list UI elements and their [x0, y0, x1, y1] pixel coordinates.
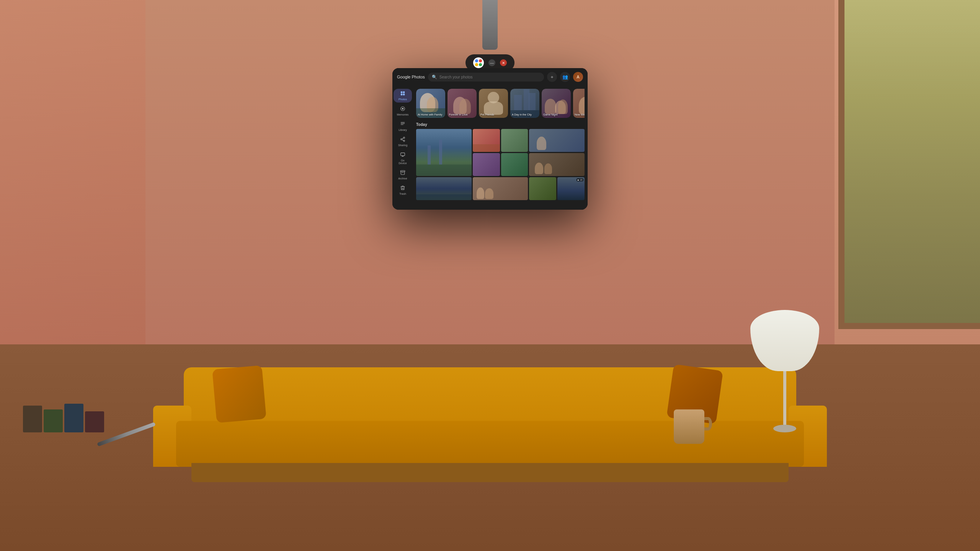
sidebar-item-library[interactable]: Library [394, 119, 412, 133]
sidebar-item-archive[interactable]: Archive [394, 168, 412, 182]
window-frame [838, 0, 980, 329]
trash-icon [400, 185, 405, 192]
svg-rect-6 [401, 122, 405, 122]
gp-green [479, 63, 482, 66]
svg-line-13 [402, 138, 403, 139]
on-device-icon [400, 152, 405, 158]
photo-cell-9[interactable] [473, 177, 528, 200]
photo-11-bridge2: ▶ :13 [557, 177, 585, 200]
photo-cell-5[interactable] [473, 153, 500, 176]
svg-line-12 [402, 140, 403, 140]
google-photos-spinner [475, 59, 482, 66]
deco-tower-1 [514, 95, 522, 110]
svg-point-5 [402, 108, 404, 110]
add-button[interactable]: ＋ [547, 72, 557, 82]
sharing-label: Sharing [398, 144, 407, 147]
sidebar-item-photos[interactable]: Photos [394, 89, 412, 103]
photo-9-family [473, 177, 528, 200]
album-label-1: At Home with Family [418, 113, 444, 116]
sharing-icon [400, 137, 405, 143]
p9-person1 [477, 187, 484, 199]
avatar[interactable]: A [573, 72, 583, 82]
wall-left [0, 0, 161, 344]
p9-person2 [485, 188, 493, 199]
album-card-pet-friends[interactable]: Pet Friends [479, 89, 508, 118]
album-label-2: Forever in Love [449, 113, 475, 116]
photo-cell-3[interactable] [501, 129, 528, 152]
sofa-pillow-left [212, 365, 266, 423]
photo-cell-7[interactable] [529, 153, 585, 176]
p4-person [537, 137, 546, 150]
album-card-cooking[interactable]: Now We're Cooking [573, 89, 585, 118]
bridge-ground [416, 165, 472, 176]
minimize-button[interactable]: — [488, 59, 495, 66]
photo-2 [473, 129, 500, 152]
album-card-city[interactable]: A Day in the City [510, 89, 539, 118]
search-bar[interactable]: 🔍 [428, 73, 544, 82]
archive-label: Archive [398, 177, 407, 180]
title-bar: — ✕ [466, 54, 514, 71]
album-card-forever-in-love[interactable]: Forever in Love [448, 89, 477, 118]
svg-rect-3 [403, 94, 405, 96]
svg-point-9 [403, 137, 405, 139]
svg-rect-14 [401, 153, 405, 156]
photo-cell-4[interactable] [529, 129, 585, 152]
photo-8-bridge [416, 177, 472, 200]
app-body: Photos Memories Library Sharing [392, 86, 588, 210]
deco-tower-3 [529, 93, 536, 110]
sofa-legs [191, 463, 789, 482]
photo-4 [529, 129, 585, 152]
album-thumb-1: At Home with Family [416, 89, 445, 118]
svg-rect-1 [403, 91, 405, 93]
photo-cell-2[interactable] [473, 129, 500, 152]
album-thumb-5: Game Night [542, 89, 571, 118]
album-thumb-4: A Day in the City [510, 89, 539, 118]
people-share-button[interactable]: 👥 [560, 72, 570, 82]
wall-device [482, 0, 498, 50]
sidebar-item-sharing[interactable]: Sharing [394, 135, 412, 148]
photo-cell-6[interactable] [501, 153, 528, 176]
svg-rect-8 [401, 124, 403, 125]
close-button[interactable]: ✕ [500, 59, 507, 66]
album-thumb-2: Forever in Love [448, 89, 477, 118]
lamp-neck [783, 371, 786, 425]
photos-icon [400, 91, 405, 97]
p8-water [416, 194, 472, 200]
mug [674, 409, 704, 444]
photo-5 [473, 153, 500, 176]
lamp [750, 310, 819, 432]
album-card-at-home[interactable]: At Home with Family [416, 89, 445, 118]
photo-cell-11[interactable]: ▶ :13 [557, 177, 585, 200]
svg-rect-0 [401, 91, 403, 93]
app-window: Google Photos 🔍 ＋ 👥 A Photos [392, 68, 588, 210]
svg-rect-17 [400, 171, 405, 172]
album-card-game-night[interactable]: Game Night [542, 89, 571, 118]
photo-cell-bridge-main[interactable] [416, 129, 472, 176]
book-1 [23, 406, 42, 432]
album-label-3: Pet Friends [480, 113, 506, 116]
memories-label: Memories [397, 113, 409, 116]
bridge-cable-2 [439, 140, 442, 165]
svg-rect-7 [401, 123, 405, 124]
photo-10-green [529, 177, 556, 200]
archive-icon [400, 170, 405, 176]
gp-red [479, 59, 482, 62]
sidebar-item-memories[interactable]: Memories [394, 104, 412, 118]
search-input[interactable] [439, 75, 540, 79]
photo-cell-10[interactable] [529, 177, 556, 200]
book-4 [85, 411, 104, 432]
section-today: Today [416, 122, 585, 127]
sidebar-item-on-device[interactable]: On Device [394, 150, 412, 166]
gp-blue [475, 59, 478, 62]
memories-icon [400, 106, 405, 112]
sidebar-item-trash[interactable]: Trash [394, 183, 412, 197]
books [23, 404, 104, 432]
bridge-cable-1 [428, 145, 431, 165]
p7-person1 [535, 163, 543, 174]
deco-dog-head [488, 92, 499, 103]
book-2 [44, 409, 63, 432]
photo-grid: ▶ :13 [416, 129, 585, 200]
photo-cell-8[interactable] [416, 177, 472, 200]
photo-7 [529, 153, 585, 176]
photo-3 [501, 129, 528, 152]
